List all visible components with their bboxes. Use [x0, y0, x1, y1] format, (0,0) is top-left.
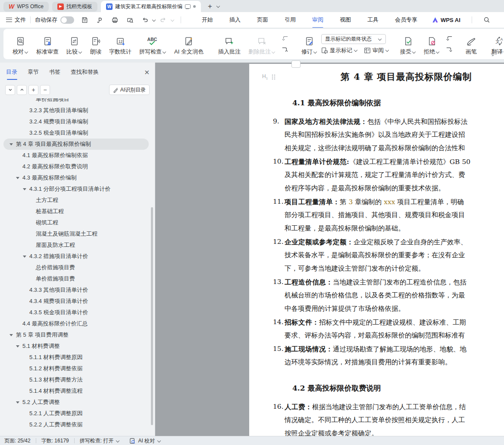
new-tab-button[interactable]: +	[208, 3, 212, 10]
search-icon[interactable]	[483, 16, 490, 23]
toc-item[interactable]: 土方工程	[3, 195, 149, 206]
track-changes-button[interactable]: 修订	[297, 29, 321, 59]
redo-chevron[interactable]	[171, 18, 175, 22]
redo-icon[interactable]	[160, 16, 167, 23]
ai-proof-status[interactable]: AI 校对	[138, 437, 155, 445]
expand-all-button[interactable]	[17, 85, 27, 95]
toc-item[interactable]: 5.2 人工费调整	[3, 397, 149, 408]
toc-item[interactable]: 单价措施项目	[3, 98, 149, 105]
accept-chevron[interactable]	[412, 50, 416, 54]
menu-home[interactable]: 开始	[202, 16, 213, 24]
menu-page[interactable]: 页面	[257, 16, 268, 24]
toc-item[interactable]: 4.3.4 规费项目清单计价	[3, 296, 149, 307]
tab-chapters[interactable]: 章节	[28, 68, 39, 80]
close-sidebar-icon[interactable]: ✕	[144, 69, 150, 80]
toc-item[interactable]: 4.2 最高投标限价取费说明	[3, 161, 149, 172]
toc-item[interactable]: 5.1.4 材料费调整流程	[3, 385, 149, 397]
track-changes-chevron[interactable]	[313, 50, 317, 54]
spell-check-button[interactable]: ABC 拼写检查	[135, 29, 170, 59]
toc-item[interactable]: 砌筑工程	[3, 217, 149, 228]
menu-review[interactable]: 审阅	[312, 16, 323, 24]
document-page[interactable]: H1 第 4 章 项目最高投标限价编制4.1 最高投标限价编制依据9.国家及地方…	[249, 64, 504, 436]
toc-item[interactable]: 5.2.1 人工费调整原因	[3, 408, 149, 419]
review-pane-chevron[interactable]	[385, 48, 389, 52]
menu-member[interactable]: 会员专享	[395, 16, 417, 24]
tab-wps-office[interactable]: W WPS Office	[3, 2, 49, 12]
toc-item[interactable]: 4.4 最高投标限价计价汇总	[3, 318, 149, 329]
delete-comment-button[interactable]: 删除批注	[244, 29, 279, 59]
tab-list-chevron[interactable]	[216, 4, 220, 8]
toc-item[interactable]: 第 4 章 项目最高投标限价编制	[3, 139, 149, 150]
marks-state-dropdown[interactable]: 显示标记的最终状态	[321, 34, 386, 44]
print-icon[interactable]	[111, 16, 119, 24]
toc-item[interactable]: 4.3.1 分部分项工程项目清单计价	[3, 183, 149, 195]
expand-group-icon[interactable]	[490, 53, 494, 57]
insert-comment-button[interactable]: 插入批注	[214, 29, 244, 59]
tab-contents[interactable]: 目录	[6, 68, 17, 80]
export-pdf-icon[interactable]	[96, 16, 103, 24]
toc-expand-arrow[interactable]	[9, 334, 13, 336]
ai-polish-button[interactable]: AI 全文润色	[170, 29, 207, 59]
proofread-chevron[interactable]	[25, 50, 28, 54]
tab-bookmarks[interactable]: 书签	[49, 68, 60, 80]
toc-item[interactable]: 3.2.4 规费项目清单编制	[3, 116, 149, 127]
doc-content[interactable]: 第 4 章 项目最高投标限价编制4.1 最高投标限价编制依据9.国家及地方相关法…	[249, 70, 504, 436]
toc-item[interactable]: 3.2.5 税金项目清单编制	[3, 127, 149, 139]
toc-item[interactable]: 3.2.3 其他项目清单编制	[3, 105, 149, 116]
tab-find-replace[interactable]: 查找和替换	[71, 68, 99, 80]
toc-expand-arrow[interactable]	[9, 143, 13, 145]
spell-check-status-chevron[interactable]	[116, 439, 120, 443]
page-top-handle[interactable]	[291, 60, 301, 68]
toc-item[interactable]: 5.1 材料费调整	[3, 341, 149, 352]
drag-handle-icon[interactable]	[272, 74, 275, 80]
accept-button[interactable]: 接受	[396, 29, 420, 59]
wps-ai-button[interactable]: WPS AI	[432, 17, 460, 23]
proofread-button[interactable]: 校对	[9, 29, 32, 59]
heading-level-marker[interactable]: H1	[262, 73, 275, 80]
zoom-in-outline-button[interactable]: +	[28, 85, 38, 95]
toc-item[interactable]: 单价措施项目费	[3, 273, 149, 284]
standard-review-button[interactable]: 标准审查	[32, 29, 63, 59]
delete-comment-chevron[interactable]	[272, 50, 275, 54]
collapse-all-button[interactable]	[5, 85, 15, 95]
toc-item[interactable]: 总价措施项目费	[3, 262, 149, 273]
compare-button[interactable]: 比较	[63, 29, 86, 59]
zoom-out-outline-button[interactable]: −	[40, 85, 50, 95]
read-aloud-button[interactable]: 朗读	[86, 29, 105, 59]
show-marks-button[interactable]: 显示标记	[321, 47, 358, 54]
toc-expand-arrow[interactable]	[23, 188, 26, 190]
menu-insert[interactable]: 插入	[229, 16, 241, 24]
toc-item[interactable]: 5.1.1 材料费调整原因	[3, 352, 149, 363]
next-comment-button[interactable]	[280, 45, 290, 54]
spell-check-chevron[interactable]	[163, 50, 166, 54]
undo-icon[interactable]	[141, 16, 148, 23]
print-preview-icon[interactable]	[126, 16, 134, 24]
menu-tools[interactable]: 工具	[367, 16, 379, 24]
toc-item[interactable]: 混凝土及钢筋混凝土工程	[3, 228, 149, 240]
toc-item[interactable]: 5.2.2 人工费调整依据	[3, 419, 149, 430]
reject-chevron[interactable]	[436, 50, 440, 54]
ai-recognize-toc-button[interactable]: AI识别目录	[109, 85, 150, 95]
toc-item[interactable]: 4.3.3 其他项目清单计价	[3, 284, 149, 296]
toc-item[interactable]: 第 5 章 项目费用调整	[3, 329, 149, 341]
toc-item[interactable]: 5.1.2 材料费调整依据	[3, 363, 149, 374]
toc-item[interactable]: 屋面及防水工程	[3, 240, 149, 251]
tab-active-document[interactable]: W 建筑安装工程最高投标限价编	[101, 1, 201, 12]
show-marks-chevron[interactable]	[354, 48, 358, 52]
toc-item[interactable]: 4.3.5 税金项目清单计价	[3, 307, 149, 318]
pen-button[interactable]: 画笔	[462, 29, 481, 59]
review-pane-button[interactable]: 审阅	[364, 47, 389, 54]
previous-comment-button[interactable]	[280, 34, 290, 43]
toc-expand-arrow[interactable]	[16, 177, 19, 179]
toc-item[interactable]: 4.3 最高投标限价编制	[3, 172, 149, 183]
reject-button[interactable]: 拒绝	[420, 29, 444, 59]
toc-expand-arrow[interactable]	[16, 345, 19, 347]
toc-expand-arrow[interactable]	[16, 401, 19, 404]
file-menu[interactable]: 文件	[15, 16, 26, 24]
word-count-button[interactable]: 12 字数统计	[105, 29, 135, 59]
menu-view[interactable]: 视图	[340, 16, 351, 24]
tab-docer-templates[interactable]: 找稻壳模板	[52, 2, 97, 12]
sidebar-scrollbar[interactable]	[151, 207, 153, 425]
toc-item[interactable]: 4.3.2 措施项目清单计价	[3, 251, 149, 262]
toc-item[interactable]: 4.1 最高投标限价编制依据	[3, 150, 149, 161]
